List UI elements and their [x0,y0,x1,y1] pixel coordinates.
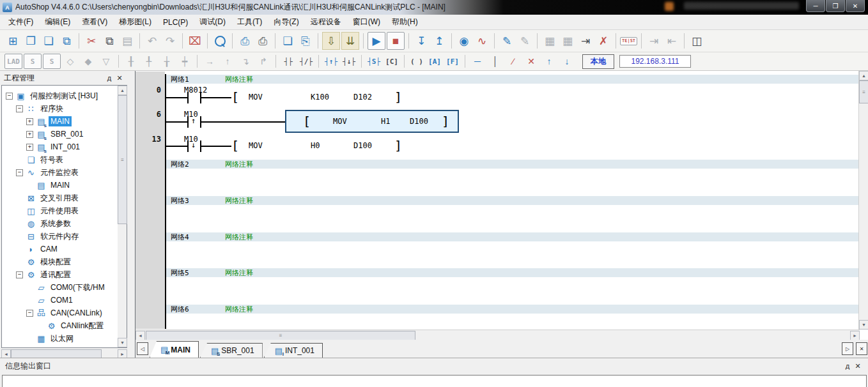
instruction-op[interactable]: MOV [333,117,347,126]
v-line-button[interactable]: │ [487,54,504,68]
tree-item-CAM[interactable]: ◗CAM [2,243,127,255]
edit-cell-2-button[interactable]: ╀ [141,54,157,68]
falling-contact-button[interactable]: ┤↓├ [341,54,357,68]
tab-SBR_001[interactable]: ▤SSBR_001 [200,343,263,358]
network-comment[interactable]: 网络注释 [225,196,253,206]
arrow-up-button[interactable]: ↑ [219,54,236,68]
print-preview-button[interactable]: ⎙ [236,33,253,49]
h-line-button[interactable]: ─ [469,54,486,68]
network-header-4[interactable]: 网络4网络注释 [166,232,860,241]
local-button[interactable]: 本地 [582,54,614,69]
tab-MAIN[interactable]: ▤MMAIN [150,341,199,358]
menu-item-2[interactable]: 查看(V) [76,14,113,30]
corner-up-button[interactable]: ↱ [255,54,272,68]
tree-item-MAIN[interactable]: ▤MAIN [2,179,127,192]
tree-item-元件监控表[interactable]: −∿元件监控表 [2,166,127,179]
no-contact-button[interactable]: ┤├ [280,54,297,68]
delete-line-button[interactable]: ∕ [505,54,522,68]
download-button[interactable]: ↧ [413,33,430,49]
edit-cell-3-button[interactable]: ╁ [159,54,175,68]
tree-item-CANlink配置[interactable]: ⚙CANlink配置 [2,319,127,332]
tree-expander-icon[interactable]: − [16,105,23,112]
tab-INT_001[interactable]: ▤IINT_001 [264,343,323,358]
tree-item-交叉引用表[interactable]: ⊠交叉引用表 [2,192,127,204]
set-coil-button[interactable]: ┤S├ [366,54,382,68]
network-header-2[interactable]: 网络2网络注释 [166,160,860,169]
tree-vscrollbar[interactable]: ▲ ≡ ▼ [118,86,127,347]
branch-down-button[interactable]: ◆ [80,54,97,68]
instruction-op[interactable]: MOV [249,141,263,150]
upload-button[interactable]: ↥ [431,33,447,49]
insert-network-button[interactable]: ⇥ [577,33,594,49]
line-up-button[interactable]: ↑ [541,54,557,68]
network-comment[interactable]: 网络注释 [225,232,253,242]
tree-expander-icon[interactable]: − [26,310,33,317]
memory-view-button[interactable]: ◫ [688,33,705,49]
instruction-operand[interactable]: D102 [353,93,372,102]
open-project-button[interactable]: ❐ [22,33,39,49]
network-header-1[interactable]: 网络1网络注释 [166,75,860,84]
undo-button[interactable]: ↶ [144,33,160,49]
menu-item-5[interactable]: 调试(D) [194,14,231,30]
network-comment[interactable]: 网络注释 [225,75,253,84]
tree-hscrollbar[interactable]: ◄ ► [1,349,127,358]
contact-icon[interactable] [187,140,189,152]
menu-item-0[interactable]: 文件(F) [3,14,39,30]
run-button[interactable]: ▶ [368,32,385,50]
network-comment[interactable]: 网络注释 [225,268,253,278]
corner-down-button[interactable]: ↴ [237,54,254,68]
instruction-operand[interactable]: H1 [381,117,390,126]
pin-icon[interactable]: д [842,362,853,370]
contact-icon[interactable] [187,92,189,103]
print-button[interactable]: ⎙ [254,33,271,49]
write-edit-button[interactable]: ✎ [499,33,515,49]
lad-mode-button[interactable]: LAD [4,54,22,69]
export-window-button[interactable]: ⎘ [297,33,314,49]
tree-item-clipped[interactable]: ▣ [2,345,127,348]
convert-grid-button[interactable]: ▦ [541,33,558,49]
stop-button[interactable]: ■ [387,32,405,50]
cascade-windows-button[interactable]: ❏ [279,33,296,49]
close-button[interactable]: ✕ [846,0,865,12]
branch-down-open-button[interactable]: ▽ [98,54,114,68]
ip-address-field[interactable]: 192.168.3.111 [619,55,691,68]
branch-open-button[interactable]: ◇ [62,54,79,68]
network-comment[interactable]: 网络注释 [225,305,253,314]
tab-scroll-left-button[interactable]: ◁ [137,342,148,355]
minimize-button[interactable]: ─ [806,0,825,12]
tree-item-CAN(CANLink)[interactable]: −品CAN(CANLink) [2,307,127,319]
search-button[interactable] [212,33,228,49]
network-header-6[interactable]: 网络6网络注释 [166,305,860,314]
tree-item-COM0(下载/HM[interactable]: ▱COM0(下载/HM [2,281,127,294]
copy-button[interactable]: ⧉ [101,33,118,49]
redo-button[interactable]: ↷ [162,33,178,49]
instruction-operand[interactable]: H0 [311,141,320,150]
network-header-3[interactable]: 网络3网络注释 [166,196,860,205]
pin-icon[interactable]: д [104,74,114,82]
network-comment[interactable]: 网络注释 [225,160,253,169]
menu-item-3[interactable]: 梯形图(L) [113,14,157,30]
stl-block-button[interactable]: S [24,54,42,69]
tree-item-通讯配置[interactable]: −⚙通讯配置 [2,268,127,281]
cut-button[interactable]: ✂ [83,33,100,49]
menu-item-10[interactable]: 帮助(H) [386,14,424,30]
restore-button[interactable]: ❐ [826,0,845,12]
tree-item-符号表[interactable]: ❑符号表 [2,153,127,166]
tab-scroll-right-button[interactable]: ▷ [842,342,853,355]
menu-item-8[interactable]: 远程设备 [305,14,347,30]
tree-expander-icon[interactable]: − [16,271,23,278]
new-file-button[interactable]: ⊞ [4,33,21,49]
tree-item-MAIN[interactable]: +▤sMAIN [2,115,127,128]
close-icon[interactable]: ✕ [114,74,125,82]
tree-item-模块配置[interactable]: ⚙模块配置 [2,255,127,268]
menu-item-6[interactable]: 工具(T) [231,14,268,30]
stl-step-button[interactable]: S [43,54,61,69]
save-button[interactable]: ❏ [40,33,57,49]
arrow-right-button[interactable]: → [201,54,218,68]
rising-contact-button[interactable]: ┤↑├ [323,54,339,68]
instruction-operand[interactable]: K100 [311,93,329,102]
tree-item-以太网[interactable]: ▦以太网 [2,332,127,345]
app-instruction-button[interactable]: [A] [426,54,443,68]
out-coil-button[interactable]: ( ) [408,54,425,68]
save-all-button[interactable]: ⧉ [58,33,75,49]
